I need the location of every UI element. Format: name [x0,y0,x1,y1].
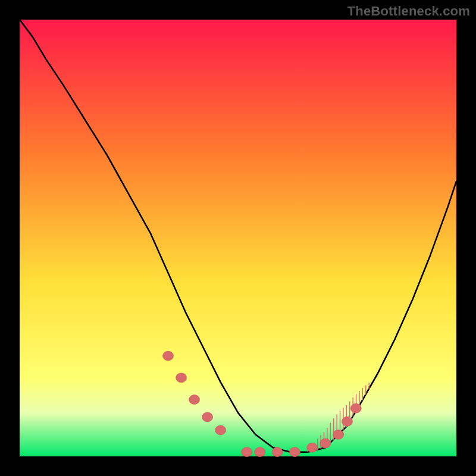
valley-marker [215,425,226,435]
valley-marker [189,395,200,405]
watermark-text: TheBottleneck.com [347,4,470,19]
valley-marker [320,439,331,448]
valley-marker [307,443,318,452]
valley-marker [176,373,187,383]
valley-marker [242,447,252,457]
chart-svg [0,0,476,476]
valley-marker [202,412,213,422]
valley-marker [163,351,174,361]
valley-marker [289,447,300,457]
valley-marker [350,403,361,413]
valley-marker [333,430,344,439]
valley-marker [272,447,283,457]
valley-marker [342,416,353,426]
valley-marker [255,447,265,457]
chart-stage: TheBottleneck.com [0,0,476,476]
plot-background [20,20,456,456]
